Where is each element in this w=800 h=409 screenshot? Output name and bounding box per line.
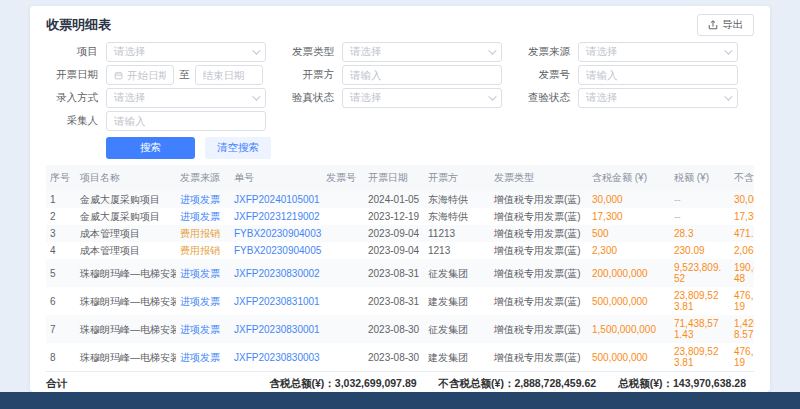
invoice-type-cell: 增值税专用发票(蓝): [490, 259, 588, 287]
invoice-source-link[interactable]: 进项发票: [176, 208, 230, 225]
order-no-link[interactable]: JXFP20230830003: [230, 343, 322, 371]
tax-cell: --: [670, 208, 730, 225]
start-date-input[interactable]: [106, 65, 174, 85]
amount-with-tax-cell: 1,500,000,000: [588, 315, 670, 343]
invoice-type-select[interactable]: 请选择: [342, 42, 502, 62]
clear-search-button[interactable]: 清空搜索: [205, 137, 271, 159]
row-index: 6: [46, 287, 76, 315]
issuer-input[interactable]: [342, 65, 502, 85]
column-header: 开票方: [424, 165, 490, 191]
invoice-source-link[interactable]: 费用报销: [176, 225, 230, 242]
issuer-cell: 1213: [424, 242, 490, 259]
export-button[interactable]: 导出: [697, 14, 754, 36]
invoice-type-cell: 增值税专用发票(蓝): [490, 287, 588, 315]
order-no-link[interactable]: FYBX20230904005: [230, 242, 322, 259]
issuer-cell: 11213: [424, 225, 490, 242]
invoice-no-cell: [322, 315, 364, 343]
invoice-table-wrap[interactable]: 序号项目名称发票来源单号发票号开票日期开票方发票类型含税金额 (¥)税额 (¥)…: [46, 165, 754, 371]
totals-bar: 合计 含税总额(¥)：3,032,699,097.89不含税总额(¥)：2,88…: [46, 371, 754, 392]
tax-cell: 71,438,571.43: [670, 315, 730, 343]
project-select[interactable]: 请选择: [106, 42, 266, 62]
check-status-select[interactable]: 请选择: [578, 88, 738, 108]
invoice-date-cell: 2023-12-19: [364, 208, 424, 225]
order-no-link[interactable]: JXFP20240105001: [230, 191, 322, 208]
chevron-down-icon: [488, 92, 496, 100]
collector-input[interactable]: [106, 111, 266, 131]
amount-with-tax-cell: 500: [588, 225, 670, 242]
order-no-link[interactable]: JXFP20230830002: [230, 259, 322, 287]
invoice-no-cell: [322, 191, 364, 208]
search-button[interactable]: 搜索: [106, 137, 195, 159]
totals-label: 合计: [46, 377, 67, 391]
invoice-no-label: 发票号: [518, 68, 570, 82]
table-row: 8珠穆朗玛峰—电梯安装进项发票JXFP202308300032023-08-30…: [46, 343, 754, 371]
order-no-link[interactable]: JXFP20230831001: [230, 287, 322, 315]
end-date-input[interactable]: [195, 65, 263, 85]
tax-cell: 230.09: [670, 242, 730, 259]
total-item: 总税额(¥)：143,970,638.28: [618, 377, 746, 391]
invoice-source-link[interactable]: 进项发票: [176, 315, 230, 343]
invoice-type-label: 发票类型: [282, 45, 334, 59]
amount-with-tax-cell: 2,300: [588, 242, 670, 259]
invoice-source-link[interactable]: 费用报销: [176, 242, 230, 259]
column-header: 发票号: [322, 165, 364, 191]
page-title: 收票明细表: [46, 16, 111, 34]
invoice-date-cell: 2023-09-04: [364, 225, 424, 242]
table-row: 5珠穆朗玛峰—电梯安装进项发票JXFP202308300022023-08-31…: [46, 259, 754, 287]
invoice-source-select[interactable]: 请选择: [578, 42, 738, 62]
filter-panel: 项目 请选择 发票类型 请选择 发票来源 请选择: [46, 42, 754, 159]
invoice-no-cell: [322, 287, 364, 315]
project-name: 金威大厦采购项目: [76, 191, 176, 208]
issuer-cell: 东海特供: [424, 208, 490, 225]
total-item-label: 总税额(¥)：: [618, 377, 673, 389]
date-separator: 至: [179, 68, 190, 82]
column-header: 发票来源: [176, 165, 230, 191]
table-row: 3成本管理项目费用报销FYBX202309040032023-09-041121…: [46, 225, 754, 242]
issuer-cell: 征发集团: [424, 315, 490, 343]
export-label: 导出: [722, 18, 743, 32]
total-item-label: 不含税总额(¥)：: [439, 377, 515, 389]
column-header: 不含税金额 (¥): [730, 165, 754, 191]
invoice-date-cell: 2023-08-31: [364, 287, 424, 315]
invoice-source-link[interactable]: 进项发票: [176, 287, 230, 315]
invoice-table: 序号项目名称发票来源单号发票号开票日期开票方发票类型含税金额 (¥)税额 (¥)…: [46, 165, 754, 371]
amount-without-tax-cell: 30,000: [730, 191, 754, 208]
entry-method-select[interactable]: 请选择: [106, 88, 266, 108]
invoice-type-cell: 增值税专用发票(蓝): [490, 315, 588, 343]
row-index: 3: [46, 225, 76, 242]
chevron-down-icon: [252, 46, 260, 54]
issuer-cell: 建发集团: [424, 287, 490, 315]
order-no-link[interactable]: JXFP20230830001: [230, 315, 322, 343]
amount-with-tax-cell: 30,000: [588, 191, 670, 208]
table-row: 6珠穆朗玛峰—电梯安装进项发票JXFP202308310012023-08-31…: [46, 287, 754, 315]
invoice-no-input[interactable]: [578, 65, 738, 85]
calendar-icon: [114, 71, 123, 80]
amount-without-tax-cell: 476,190,476.19: [730, 287, 754, 315]
total-item: 含税总额(¥)：3,032,699,097.89: [269, 377, 416, 391]
amount-with-tax-cell: 500,000,000: [588, 343, 670, 371]
invoice-no-cell: [322, 225, 364, 242]
verify-status-select[interactable]: 请选择: [342, 88, 502, 108]
project-name: 成本管理项目: [76, 225, 176, 242]
invoice-source-link[interactable]: 进项发票: [176, 343, 230, 371]
totals-items: 含税总额(¥)：3,032,699,097.89不含税总额(¥)：2,888,7…: [269, 377, 746, 391]
card-header: 收票明细表 导出: [46, 14, 754, 36]
chevron-down-icon: [724, 92, 732, 100]
amount-without-tax-cell: 17,300: [730, 208, 754, 225]
verify-status-label: 验真状态: [282, 91, 334, 105]
total-item-value: 2,888,728,459.62: [514, 377, 596, 389]
order-no-link[interactable]: JXFP20231219002: [230, 208, 322, 225]
total-item-label: 含税总额(¥)：: [269, 377, 334, 389]
invoice-type-cell: 增值税专用发票(蓝): [490, 242, 588, 259]
table-row: 4成本管理项目费用报销FYBX202309040052023-09-041213…: [46, 242, 754, 259]
order-no-link[interactable]: FYBX20230904003: [230, 225, 322, 242]
invoice-source-link[interactable]: 进项发票: [176, 191, 230, 208]
invoice-source-link[interactable]: 进项发票: [176, 259, 230, 287]
entry-method-placeholder: 请选择: [114, 91, 146, 105]
invoice-type-cell: 增值税专用发票(蓝): [490, 191, 588, 208]
collector-label: 采集人: [46, 114, 98, 128]
chevron-down-icon: [724, 46, 732, 54]
project-placeholder: 请选择: [114, 45, 146, 59]
column-header: 税额 (¥): [670, 165, 730, 191]
amount-without-tax-cell: 471.7: [730, 225, 754, 242]
